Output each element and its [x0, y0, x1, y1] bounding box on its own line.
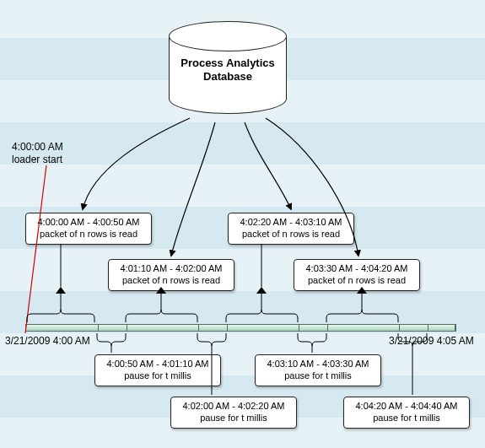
timeline-tick [227, 324, 228, 332]
read-box-3-time: 4:02:20 AM - 4:03:10 AM [240, 217, 342, 227]
timeline-bar [25, 324, 455, 332]
timeline-tick [399, 324, 400, 332]
pause-box-1-time: 4:00:50 AM - 4:01:10 AM [106, 359, 208, 369]
pause-box-3-time: 4:03:10 AM - 4:03:30 AM [267, 359, 369, 369]
read-box-1-time: 4:00:00 AM - 4:00:50 AM [37, 217, 139, 227]
db-title: Process Analytics Database [169, 57, 287, 83]
timeline-tick [428, 324, 428, 332]
read-box-2-time: 4:01:10 AM - 4:02:00 AM [120, 263, 222, 273]
timeline-start-label: 3/21/2009 4:00 AM [5, 335, 90, 347]
pause-box-4: 4:04:20 AM - 4:04:40 AM pause for t mill… [343, 397, 470, 429]
read-box-4-time: 4:03:30 AM - 4:04:20 AM [305, 263, 407, 273]
read-box-3-desc: packet of n rows is read [242, 229, 340, 239]
read-box-4-desc: packet of n rows is read [308, 275, 406, 285]
pause-box-3-desc: pause for t millis [284, 370, 351, 381]
timeline-tick [327, 324, 328, 332]
pause-box-3: 4:03:10 AM - 4:03:30 AM pause for t mill… [255, 354, 381, 386]
timeline-end-label: 3/21/2009 4:05 AM [389, 335, 474, 347]
loader-start-time: 4:00:00 AM [12, 141, 63, 153]
pause-box-4-time: 4:04:20 AM - 4:04:40 AM [355, 401, 457, 411]
timeline-tick [127, 324, 127, 332]
pause-box-2: 4:02:00 AM - 4:02:20 AM pause for t mill… [170, 397, 297, 429]
pause-box-4-desc: pause for t millis [373, 413, 439, 423]
db-title-line2: Database [203, 70, 252, 83]
bg-stripe [0, 165, 485, 207]
pause-box-2-time: 4:02:00 AM - 4:02:20 AM [182, 401, 284, 411]
timeline-tick [198, 324, 199, 332]
read-box-3: 4:02:20 AM - 4:03:10 AM packet of n rows… [228, 213, 354, 245]
loader-start-text: loader start [12, 154, 62, 165]
read-box-2: 4:01:10 AM - 4:02:00 AM packet of n rows… [108, 259, 234, 291]
pause-box-1: 4:00:50 AM - 4:01:10 AM pause for t mill… [94, 354, 221, 386]
pause-box-2-desc: pause for t millis [200, 413, 267, 423]
read-box-1: 4:00:00 AM - 4:00:50 AM packet of n rows… [25, 213, 152, 245]
db-top-ellipse [169, 21, 287, 51]
read-box-2-desc: packet of n rows is read [122, 275, 220, 285]
database-cylinder: Process Analytics Database [169, 21, 287, 114]
db-title-line1: Process Analytics [181, 57, 275, 69]
pause-box-1-desc: pause for t millis [124, 370, 191, 381]
read-box-4: 4:03:30 AM - 4:04:20 AM packet of n rows… [294, 259, 420, 291]
timeline-tick [98, 324, 99, 332]
timeline-tick [299, 324, 299, 332]
loader-start-label: 4:00:00 AM loader start [12, 141, 63, 166]
read-box-1-desc: packet of n rows is read [40, 229, 137, 239]
timeline-tick [455, 324, 456, 332]
